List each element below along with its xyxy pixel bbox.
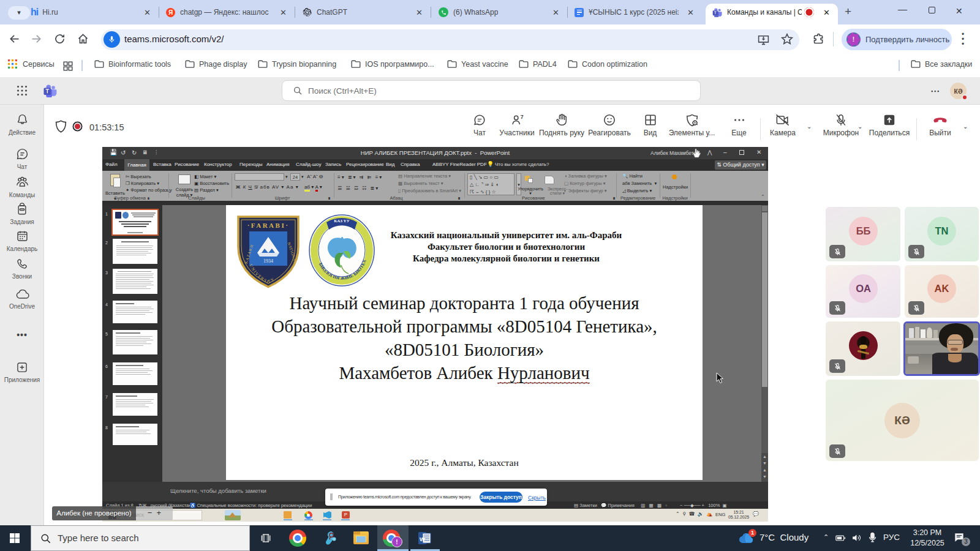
svg-text:·FARABI·: ·FARABI· [247, 222, 290, 229]
svg-text:1934: 1934 [263, 258, 273, 264]
svg-text:7: 7 [520, 114, 523, 120]
svg-text:W: W [420, 536, 425, 542]
svg-text:КАЗ ҮУ: КАЗ ҮУ [334, 219, 350, 223]
